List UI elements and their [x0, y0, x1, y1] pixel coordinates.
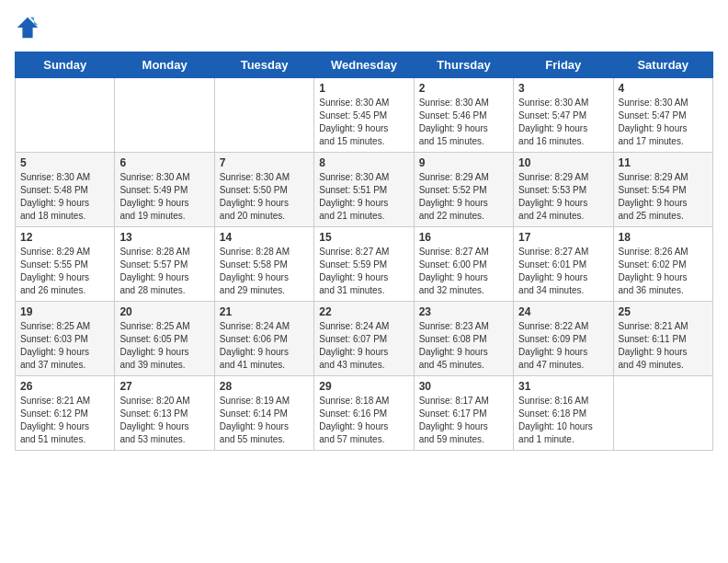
day-number: 6	[119, 156, 209, 169]
cell-content: Sunrise: 8:21 AM Sunset: 6:11 PM Dayligh…	[619, 320, 708, 372]
calendar-cell: 1Sunrise: 8:30 AM Sunset: 5:45 PM Daylig…	[314, 78, 414, 153]
day-number: 29	[319, 380, 408, 393]
cell-content: Sunrise: 8:30 AM Sunset: 5:49 PM Dayligh…	[119, 171, 209, 223]
page: SundayMondayTuesdayWednesdayThursdayFrid…	[0, 0, 728, 563]
calendar-cell: 26Sunrise: 8:21 AM Sunset: 6:12 PM Dayli…	[16, 376, 115, 451]
calendar-cell	[613, 376, 712, 451]
day-number: 27	[119, 380, 209, 393]
cell-content: Sunrise: 8:20 AM Sunset: 6:13 PM Dayligh…	[119, 395, 209, 446]
cell-content: Sunrise: 8:24 AM Sunset: 6:07 PM Dayligh…	[319, 320, 408, 372]
day-number: 14	[220, 231, 309, 244]
calendar-cell	[16, 78, 115, 153]
cell-content: Sunrise: 8:29 AM Sunset: 5:53 PM Dayligh…	[518, 171, 608, 223]
day-number: 16	[419, 231, 508, 244]
week-row-4: 26Sunrise: 8:21 AM Sunset: 6:12 PM Dayli…	[16, 376, 713, 451]
calendar-cell: 17Sunrise: 8:27 AM Sunset: 6:01 PM Dayli…	[514, 227, 613, 302]
calendar-cell: 3Sunrise: 8:30 AM Sunset: 5:47 PM Daylig…	[514, 78, 613, 153]
day-number: 19	[20, 305, 109, 318]
cell-content: Sunrise: 8:30 AM Sunset: 5:45 PM Dayligh…	[319, 97, 408, 148]
cell-content: Sunrise: 8:18 AM Sunset: 6:16 PM Dayligh…	[319, 395, 408, 446]
weekday-sunday: Sunday	[16, 52, 115, 78]
cell-content: Sunrise: 8:27 AM Sunset: 6:00 PM Dayligh…	[419, 246, 508, 297]
day-number: 18	[619, 231, 708, 244]
day-number: 24	[518, 305, 608, 318]
cell-content: Sunrise: 8:16 AM Sunset: 6:18 PM Dayligh…	[518, 395, 608, 446]
weekday-tuesday: Tuesday	[214, 52, 313, 78]
calendar-cell: 30Sunrise: 8:17 AM Sunset: 6:17 PM Dayli…	[414, 376, 513, 451]
day-number: 10	[518, 156, 608, 169]
day-number: 28	[220, 380, 309, 393]
cell-content: Sunrise: 8:30 AM Sunset: 5:47 PM Dayligh…	[619, 97, 708, 148]
calendar-cell: 21Sunrise: 8:24 AM Sunset: 6:06 PM Dayli…	[214, 302, 313, 376]
week-row-2: 12Sunrise: 8:29 AM Sunset: 5:55 PM Dayli…	[16, 227, 713, 302]
calendar-cell: 10Sunrise: 8:29 AM Sunset: 5:53 PM Dayli…	[514, 153, 613, 227]
cell-content: Sunrise: 8:30 AM Sunset: 5:47 PM Dayligh…	[518, 97, 608, 148]
logo	[15, 15, 44, 40]
header	[15, 15, 713, 40]
calendar-cell: 5Sunrise: 8:30 AM Sunset: 5:48 PM Daylig…	[16, 153, 115, 227]
calendar-cell: 19Sunrise: 8:25 AM Sunset: 6:03 PM Dayli…	[16, 302, 115, 376]
cell-content: Sunrise: 8:29 AM Sunset: 5:54 PM Dayligh…	[619, 171, 708, 223]
cell-content: Sunrise: 8:19 AM Sunset: 6:14 PM Dayligh…	[220, 395, 309, 446]
week-row-0: 1Sunrise: 8:30 AM Sunset: 5:45 PM Daylig…	[16, 78, 713, 153]
day-number: 15	[319, 231, 408, 244]
calendar-cell: 31Sunrise: 8:16 AM Sunset: 6:18 PM Dayli…	[514, 376, 613, 451]
calendar-cell: 13Sunrise: 8:28 AM Sunset: 5:57 PM Dayli…	[115, 227, 214, 302]
calendar-cell: 16Sunrise: 8:27 AM Sunset: 6:00 PM Dayli…	[414, 227, 513, 302]
cell-content: Sunrise: 8:27 AM Sunset: 6:01 PM Dayligh…	[518, 246, 608, 297]
week-row-3: 19Sunrise: 8:25 AM Sunset: 6:03 PM Dayli…	[16, 302, 713, 376]
day-number: 8	[319, 156, 408, 169]
calendar-cell	[115, 78, 214, 153]
week-row-1: 5Sunrise: 8:30 AM Sunset: 5:48 PM Daylig…	[16, 153, 713, 227]
calendar-cell: 23Sunrise: 8:23 AM Sunset: 6:08 PM Dayli…	[414, 302, 513, 376]
cell-content: Sunrise: 8:21 AM Sunset: 6:12 PM Dayligh…	[20, 395, 109, 446]
day-number: 9	[419, 156, 508, 169]
day-number: 2	[419, 82, 508, 95]
weekday-header-row: SundayMondayTuesdayWednesdayThursdayFrid…	[16, 52, 713, 78]
calendar-cell: 18Sunrise: 8:26 AM Sunset: 6:02 PM Dayli…	[613, 227, 712, 302]
calendar-cell: 11Sunrise: 8:29 AM Sunset: 5:54 PM Dayli…	[613, 153, 712, 227]
cell-content: Sunrise: 8:28 AM Sunset: 5:58 PM Dayligh…	[220, 246, 309, 297]
day-number: 7	[220, 156, 309, 169]
day-number: 11	[619, 156, 708, 169]
calendar-cell: 9Sunrise: 8:29 AM Sunset: 5:52 PM Daylig…	[414, 153, 513, 227]
cell-content: Sunrise: 8:26 AM Sunset: 6:02 PM Dayligh…	[619, 246, 708, 297]
cell-content: Sunrise: 8:29 AM Sunset: 5:55 PM Dayligh…	[20, 246, 109, 297]
day-number: 13	[119, 231, 209, 244]
calendar-cell: 4Sunrise: 8:30 AM Sunset: 5:47 PM Daylig…	[613, 78, 712, 153]
calendar-cell: 12Sunrise: 8:29 AM Sunset: 5:55 PM Dayli…	[16, 227, 115, 302]
weekday-thursday: Thursday	[414, 52, 513, 78]
day-number: 30	[419, 380, 508, 393]
calendar-cell: 20Sunrise: 8:25 AM Sunset: 6:05 PM Dayli…	[115, 302, 214, 376]
day-number: 23	[419, 305, 508, 318]
day-number: 26	[20, 380, 109, 393]
calendar-cell: 29Sunrise: 8:18 AM Sunset: 6:16 PM Dayli…	[314, 376, 414, 451]
logo-icon	[15, 15, 40, 40]
cell-content: Sunrise: 8:30 AM Sunset: 5:46 PM Dayligh…	[419, 97, 508, 148]
weekday-monday: Monday	[115, 52, 214, 78]
cell-content: Sunrise: 8:22 AM Sunset: 6:09 PM Dayligh…	[518, 320, 608, 372]
day-number: 1	[319, 82, 408, 95]
svg-marker-0	[17, 17, 38, 38]
calendar-table: SundayMondayTuesdayWednesdayThursdayFrid…	[15, 52, 713, 451]
cell-content: Sunrise: 8:27 AM Sunset: 5:59 PM Dayligh…	[319, 246, 408, 297]
weekday-friday: Friday	[514, 52, 613, 78]
day-number: 21	[220, 305, 309, 318]
day-number: 20	[119, 305, 209, 318]
cell-content: Sunrise: 8:29 AM Sunset: 5:52 PM Dayligh…	[419, 171, 508, 223]
day-number: 22	[319, 305, 408, 318]
cell-content: Sunrise: 8:30 AM Sunset: 5:50 PM Dayligh…	[220, 171, 309, 223]
calendar-cell: 25Sunrise: 8:21 AM Sunset: 6:11 PM Dayli…	[613, 302, 712, 376]
day-number: 25	[619, 305, 708, 318]
cell-content: Sunrise: 8:30 AM Sunset: 5:51 PM Dayligh…	[319, 171, 408, 223]
day-number: 3	[518, 82, 608, 95]
calendar-cell: 27Sunrise: 8:20 AM Sunset: 6:13 PM Dayli…	[115, 376, 214, 451]
cell-content: Sunrise: 8:23 AM Sunset: 6:08 PM Dayligh…	[419, 320, 508, 372]
cell-content: Sunrise: 8:24 AM Sunset: 6:06 PM Dayligh…	[220, 320, 309, 372]
calendar-cell: 14Sunrise: 8:28 AM Sunset: 5:58 PM Dayli…	[214, 227, 313, 302]
calendar-cell	[214, 78, 313, 153]
calendar-cell: 7Sunrise: 8:30 AM Sunset: 5:50 PM Daylig…	[214, 153, 313, 227]
calendar-cell: 2Sunrise: 8:30 AM Sunset: 5:46 PM Daylig…	[414, 78, 513, 153]
day-number: 31	[518, 380, 608, 393]
calendar-cell: 24Sunrise: 8:22 AM Sunset: 6:09 PM Dayli…	[514, 302, 613, 376]
